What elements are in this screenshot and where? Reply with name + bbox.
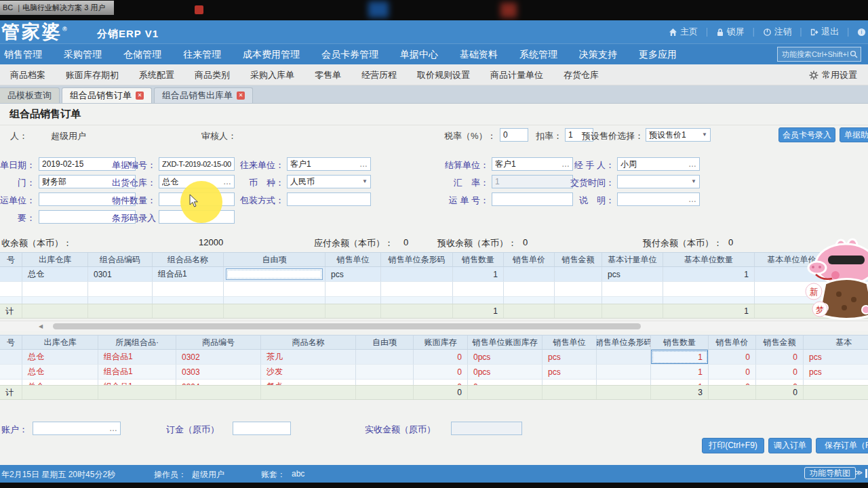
tab-3[interactable]: 组合品销售出库单✕ — [154, 87, 253, 103]
tab-1[interactable]: 品模板查询 — [0, 87, 60, 103]
gear-icon — [809, 70, 818, 80]
bill-assistant-button[interactable]: 单据助手V — [840, 127, 868, 142]
table-total-row: 计030 — [0, 385, 868, 400]
menu-item[interactable]: 单据中心 — [389, 49, 449, 61]
delivery-time-field[interactable]: ▼ — [617, 175, 700, 188]
deposit-label: 订金（原币） — [166, 424, 220, 436]
total-cell — [153, 304, 224, 318]
save-order-button[interactable]: 保存订单（F8 — [816, 438, 868, 453]
remark-field[interactable]: … — [617, 192, 700, 206]
submenu-item[interactable]: 商品计量单位 — [480, 69, 553, 81]
window-title: BC ｜电脑行业解决方案 3 用户 — [0, 1, 114, 15]
tab-2[interactable]: 组合品销售订单✕ — [62, 87, 152, 103]
partner-field[interactable]: 客户1… — [287, 157, 371, 171]
submenu-item[interactable]: 采购入库单 — [240, 69, 304, 81]
ellipsis-button[interactable]: … — [109, 425, 117, 432]
field-value: 客户1 — [495, 159, 516, 170]
menu-item[interactable]: 采购管理 — [53, 49, 113, 61]
free-item-input[interactable] — [226, 268, 323, 280]
header-link-退出[interactable]: 退出 — [810, 26, 839, 38]
currency-field[interactable]: 人民币▼ — [287, 175, 371, 188]
print-button[interactable]: 打印(Ctrl+F9) — [702, 438, 764, 453]
tabs-container: 品模板查询组合品销售订单✕组合品销售出库单✕ — [0, 87, 253, 103]
table-cell — [381, 267, 453, 282]
header-link-注销[interactable]: 注销 — [763, 26, 792, 38]
settle-unit-field[interactable]: 客户1… — [492, 157, 573, 171]
common-settings-button[interactable]: 常用设置 — [809, 64, 857, 85]
tab-close-icon[interactable]: ✕ — [136, 92, 144, 100]
scrollbar-thumb[interactable] — [53, 323, 641, 329]
horizontal-scrollbar[interactable]: ◀ — [0, 321, 868, 331]
table-row — [0, 282, 868, 297]
header-link-主页[interactable]: 主页 — [669, 26, 698, 38]
tab-close-icon[interactable]: ✕ — [237, 92, 245, 100]
table-cell: 沙发 — [261, 365, 356, 380]
scroll-left-arrow[interactable]: ◀ — [39, 323, 43, 329]
column-header: 销售金额 — [555, 253, 602, 266]
ellipsis-button[interactable]: … — [561, 161, 570, 167]
ellipsis-button[interactable]: … — [688, 196, 696, 203]
preset-price-select[interactable]: 预设售价1▼ — [646, 128, 711, 142]
table-cell — [0, 297, 22, 304]
load-order-button[interactable]: 调入订单 — [768, 438, 812, 453]
menu-item[interactable]: 系统管理 — [509, 49, 568, 61]
table-cell[interactable]: 1 — [651, 350, 709, 365]
tax-rate-field[interactable]: 0 — [500, 128, 528, 142]
menu-item[interactable]: 销售管理 — [0, 49, 53, 61]
column-header: 自由项 — [224, 253, 326, 266]
status-datetime: 年2月15日 星期五 20时45分2秒 — [1, 469, 115, 481]
submenu-item[interactable]: 商品类别 — [184, 69, 240, 81]
submenu-item[interactable]: 商品档案 — [0, 69, 56, 81]
table-cell: 组合品1 — [153, 267, 224, 282]
table-cell: 0 — [414, 365, 468, 380]
member-card-button[interactable]: 会员卡号录入 — [778, 127, 835, 142]
table-cell — [88, 297, 153, 304]
table-cell — [0, 267, 22, 282]
table-cell: 1 — [663, 267, 755, 282]
submenu-item[interactable]: 取价规则设置 — [407, 69, 480, 81]
dropdown-arrow-icon[interactable]: ▼ — [362, 178, 368, 185]
ellipsis-button[interactable]: … — [359, 161, 368, 167]
handler-field[interactable]: 小周… — [617, 157, 700, 171]
delivery-time-label: 交货时间： — [570, 177, 614, 189]
table-cell: 茶几 — [261, 350, 356, 365]
menu-item[interactable]: 会员卡券管理 — [311, 49, 389, 61]
link-separator: ｜ — [703, 26, 711, 38]
table-header-row: 号出库仓库所属组合品·商品编号商品名称自由项账面库存销售单位账面库存销售单位销售… — [0, 335, 868, 350]
deposit-field[interactable] — [233, 422, 291, 435]
menu-item[interactable]: 基础资料 — [449, 49, 509, 61]
ellipsis-button[interactable]: … — [688, 161, 696, 167]
ellipsis-button[interactable]: … — [223, 178, 231, 185]
submenu-item[interactable]: 系统配置 — [129, 69, 184, 81]
header-link-锁屏[interactable]: 锁屏 — [716, 26, 745, 38]
table-cell — [224, 282, 326, 297]
bill-no-field[interactable]: ZXD-T-2019-02-15-0001 — [159, 157, 235, 171]
packing-field[interactable] — [287, 192, 371, 206]
account-field[interactable]: … — [33, 422, 121, 435]
header-link-帮[interactable]: i帮 — [857, 26, 868, 38]
column-header: 销售单位 — [542, 336, 597, 349]
table-cell: 0302 — [176, 350, 261, 365]
menu-item[interactable]: 仓储管理 — [113, 49, 172, 61]
combo-items-grid: 号出库仓库组合品编码组合品名称自由项销售单位销售单位条形码销售数量销售单价销售金… — [0, 252, 868, 319]
menu-item[interactable]: 往来管理 — [172, 49, 232, 61]
dropdown-arrow-icon[interactable]: ▼ — [702, 131, 707, 138]
submenu-item[interactable]: 零售单 — [304, 69, 351, 81]
dropdown-arrow-icon[interactable]: ▼ — [691, 178, 696, 185]
total-cell — [176, 386, 261, 399]
search-input[interactable] — [781, 49, 850, 59]
table-cell: 总仓 — [22, 350, 98, 365]
menu-item[interactable]: 成本费用管理 — [232, 49, 311, 61]
submenu-item[interactable]: 经营历程 — [351, 69, 407, 81]
function-nav-button[interactable]: 功能导航图 — [804, 467, 856, 479]
submenu-item[interactable]: 存货仓库 — [553, 69, 609, 81]
menu-item[interactable]: 决策支持 — [568, 49, 628, 61]
waybill-no-field[interactable] — [492, 192, 573, 206]
submenu-item[interactable]: 账面库存期初 — [56, 69, 129, 81]
field-value: 1 — [495, 177, 500, 186]
function-search[interactable] — [777, 47, 861, 62]
table-cell — [0, 282, 22, 297]
table-cell: pcs — [542, 380, 597, 385]
column-header: 基本 — [804, 336, 868, 349]
menu-item[interactable]: 更多应用 — [628, 49, 688, 61]
